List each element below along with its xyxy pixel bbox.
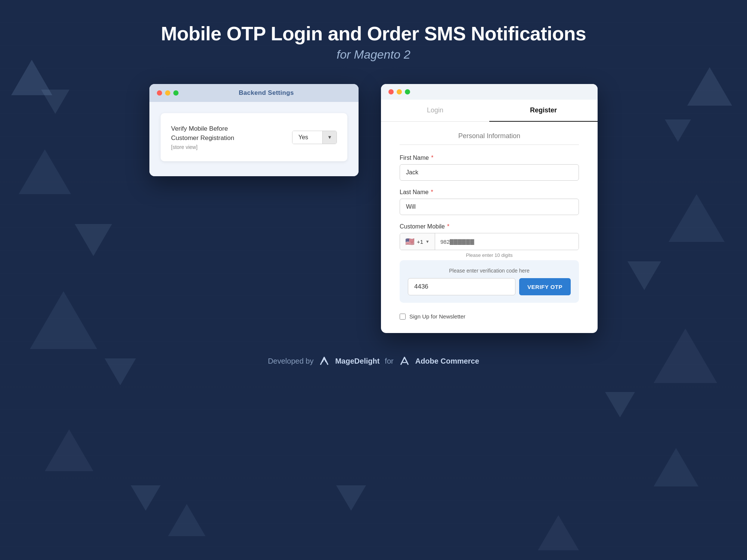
last-name-input[interactable] xyxy=(400,199,579,215)
mobile-group: Customer Mobile * 🇺🇸 +1 ▼ Please enter 1… xyxy=(400,223,579,303)
tab-register[interactable]: Register xyxy=(489,100,598,122)
first-name-input[interactable] xyxy=(400,164,579,181)
maximize-button-traffic[interactable] xyxy=(173,90,179,96)
section-title: Personal Information xyxy=(400,132,579,140)
footer-partner: Adobe Commerce xyxy=(415,357,479,365)
register-titlebar xyxy=(381,84,598,100)
otp-row: VERIFY OTP xyxy=(408,278,571,295)
phone-input-wrapper: 🇺🇸 +1 ▼ xyxy=(400,233,579,250)
phone-number-input[interactable] xyxy=(435,234,579,249)
adobe-logo-icon xyxy=(399,355,410,367)
last-name-required: * xyxy=(431,189,433,196)
country-selector[interactable]: 🇺🇸 +1 ▼ xyxy=(400,233,435,250)
footer-prefix: Developed by xyxy=(268,357,313,365)
content-area: Backend Settings Verify Mobile Before Cu… xyxy=(0,84,747,333)
last-name-label: Last Name * xyxy=(400,189,579,196)
register-window: Login Register Personal Information Firs… xyxy=(381,84,598,333)
magedelight-logo-icon xyxy=(319,355,330,367)
backend-titlebar: Backend Settings xyxy=(149,84,359,102)
page-footer: Developed by MageDelight for Adobe Comme… xyxy=(0,355,747,367)
setting-label-line2: Customer Registration xyxy=(171,134,234,143)
select-value: Yes xyxy=(292,131,322,144)
country-code: +1 xyxy=(417,239,423,245)
auth-tabs: Login Register xyxy=(381,100,598,122)
page-header: Mobile OTP Login and Order SMS Notificat… xyxy=(0,0,747,77)
otp-section: Please enter verification code here VERI… xyxy=(400,260,579,303)
verify-otp-button[interactable]: VERIFY OTP xyxy=(519,278,571,295)
register-minimize-traffic[interactable] xyxy=(397,89,402,94)
tab-login[interactable]: Login xyxy=(381,100,489,121)
page-title: Mobile OTP Login and Order SMS Notificat… xyxy=(0,22,747,45)
backend-content: Verify Mobile Before Customer Registrati… xyxy=(149,102,359,176)
first-name-group: First Name * xyxy=(400,155,579,181)
setting-label-group: Verify Mobile Before Customer Registrati… xyxy=(171,124,234,150)
newsletter-row: Sign Up for Newsletter xyxy=(400,313,579,320)
backend-settings-window: Backend Settings Verify Mobile Before Cu… xyxy=(149,84,359,176)
flag-icon: 🇺🇸 xyxy=(405,237,415,246)
mobile-required: * xyxy=(447,223,449,230)
close-button-traffic[interactable] xyxy=(157,90,162,96)
phone-hint: Please enter 10 digits xyxy=(400,252,579,258)
store-view-label: [store view] xyxy=(171,144,234,150)
newsletter-checkbox[interactable] xyxy=(400,314,406,320)
minimize-button-traffic[interactable] xyxy=(165,90,170,96)
first-name-label: First Name * xyxy=(400,155,579,161)
otp-label: Please enter verification code here xyxy=(408,268,571,274)
country-dropdown-arrow: ▼ xyxy=(425,239,430,244)
last-name-group: Last Name * xyxy=(400,189,579,215)
register-close-traffic[interactable] xyxy=(388,89,394,94)
section-divider xyxy=(400,144,579,145)
page-subtitle: for Magento 2 xyxy=(0,48,747,62)
first-name-required: * xyxy=(431,155,433,161)
footer-brand: MageDelight xyxy=(335,357,379,365)
yes-no-select[interactable]: Yes ▼ xyxy=(292,131,337,144)
mobile-label: Customer Mobile * xyxy=(400,223,579,230)
setting-card: Verify Mobile Before Customer Registrati… xyxy=(161,113,347,161)
register-form: Personal Information First Name * Last N… xyxy=(381,122,598,333)
newsletter-label: Sign Up for Newsletter xyxy=(409,313,465,320)
select-arrow-icon[interactable]: ▼ xyxy=(322,131,337,144)
setting-label-line1: Verify Mobile Before xyxy=(171,124,234,134)
footer-middle: for xyxy=(385,357,393,365)
register-maximize-traffic[interactable] xyxy=(405,89,410,94)
otp-input[interactable] xyxy=(408,278,515,295)
backend-window-title: Backend Settings xyxy=(182,89,351,97)
